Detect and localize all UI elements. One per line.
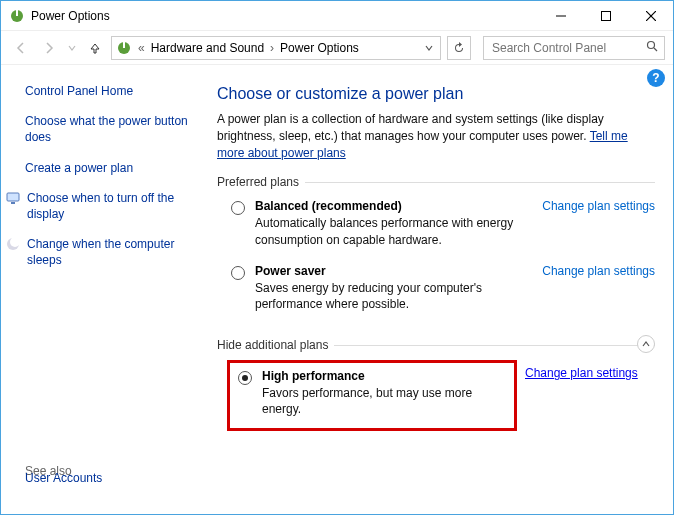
svg-point-13 (10, 237, 20, 247)
main-panel: ? Choose or customize a power plan A pow… (211, 65, 673, 514)
hide-additional-label: Hide additional plans (217, 338, 655, 352)
page-description: A power plan is a collection of hardware… (217, 111, 655, 161)
breadcrumb-sep: « (136, 41, 147, 55)
hide-additional-label-text: Hide additional plans (217, 338, 334, 352)
sidebar: Control Panel Home Choose what the power… (1, 65, 211, 514)
up-button[interactable] (83, 36, 107, 60)
desc-text: A power plan is a collection of hardware… (217, 112, 604, 143)
change-settings-highperf[interactable]: Change plan settings (525, 366, 638, 380)
turn-off-display-row: Choose when to turn off the display (25, 190, 201, 222)
radio-high-performance[interactable] (238, 371, 252, 385)
titlebar: Power Options (1, 1, 673, 31)
turn-off-display-link[interactable]: Choose when to turn off the display (27, 190, 201, 222)
preferred-plans-group: Preferred plans Balanced (recommended) A… (217, 175, 655, 324)
highlight-box: High performance Favors performance, but… (227, 360, 517, 430)
radio-power-saver[interactable] (231, 266, 245, 280)
chevron-right-icon: › (268, 41, 276, 55)
plan-highperf-name: High performance (262, 369, 506, 383)
plan-balanced-desc: Automatically balances performance with … (255, 215, 532, 247)
radio-balanced[interactable] (231, 201, 245, 215)
svg-line-9 (654, 48, 657, 51)
preferred-plans-label: Preferred plans (217, 175, 655, 189)
additional-plans-group: Hide additional plans High performance F… (217, 338, 655, 430)
plan-high-performance-row: High performance Favors performance, but… (217, 358, 655, 430)
breadcrumb-power-options[interactable]: Power Options (280, 41, 359, 55)
search-box[interactable] (483, 36, 665, 60)
create-power-plan-link[interactable]: Create a power plan (25, 160, 201, 176)
app-icon (9, 8, 25, 24)
recent-dropdown[interactable] (65, 36, 79, 60)
change-sleep-row: Change when the computer sleeps (25, 236, 201, 268)
svg-rect-7 (123, 42, 125, 48)
plan-saver-desc: Saves energy by reducing your computer's… (255, 280, 532, 312)
choose-power-button-link[interactable]: Choose what the power button does (25, 113, 201, 145)
minimize-button[interactable] (538, 1, 583, 31)
page-heading: Choose or customize a power plan (217, 85, 655, 103)
plan-high-performance: High performance Favors performance, but… (238, 369, 506, 417)
svg-point-8 (648, 42, 655, 49)
maximize-button[interactable] (583, 1, 628, 31)
svg-rect-1 (16, 10, 18, 16)
preferred-plans-label-text: Preferred plans (217, 175, 305, 189)
address-dropdown[interactable] (422, 41, 436, 55)
plan-highperf-desc: Favors performance, but may use more ene… (262, 385, 506, 417)
window-title: Power Options (31, 9, 110, 23)
collapse-button[interactable] (637, 335, 655, 353)
svg-rect-11 (11, 202, 15, 204)
close-button[interactable] (628, 1, 673, 31)
svg-rect-3 (601, 11, 610, 20)
plan-balanced-name: Balanced (recommended) (255, 199, 532, 213)
search-input[interactable] (490, 40, 646, 56)
user-accounts-link[interactable]: User Accounts (25, 470, 102, 486)
help-icon[interactable]: ? (647, 69, 665, 87)
display-icon (5, 190, 21, 206)
plan-saver-name: Power saver (255, 264, 532, 278)
svg-rect-10 (7, 193, 19, 201)
content-body: Control Panel Home Choose what the power… (1, 65, 673, 514)
address-bar[interactable]: « Hardware and Sound › Power Options (111, 36, 441, 60)
search-icon[interactable] (646, 40, 658, 55)
plan-power-saver: Power saver Saves energy by reducing you… (217, 260, 655, 324)
moon-icon (5, 236, 21, 252)
back-button[interactable] (9, 36, 33, 60)
forward-button[interactable] (37, 36, 61, 60)
nav-bar: « Hardware and Sound › Power Options (1, 31, 673, 65)
power-icon (116, 40, 132, 56)
window-controls (538, 1, 673, 31)
control-panel-home-link[interactable]: Control Panel Home (25, 83, 201, 99)
change-settings-saver[interactable]: Change plan settings (542, 264, 655, 312)
breadcrumb-hardware[interactable]: Hardware and Sound (151, 41, 264, 55)
refresh-button[interactable] (447, 36, 471, 60)
change-sleep-link[interactable]: Change when the computer sleeps (27, 236, 201, 268)
plan-balanced: Balanced (recommended) Automatically bal… (217, 195, 655, 259)
change-settings-balanced[interactable]: Change plan settings (542, 199, 655, 247)
